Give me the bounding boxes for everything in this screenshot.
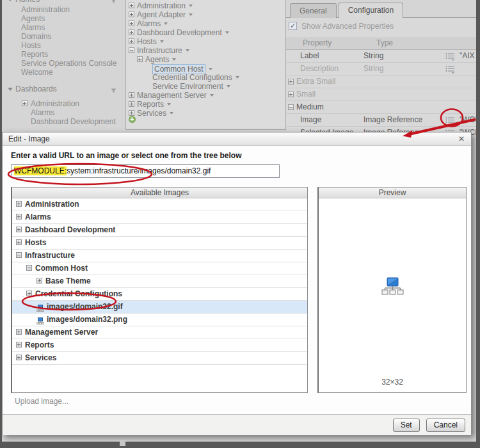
- caret-down-icon: [170, 112, 173, 115]
- expand-icon[interactable]: [16, 227, 22, 232]
- property-grid: PropertyTypeLabelString"AIXDescriptionSt…: [286, 37, 476, 140]
- homes-section-header[interactable]: Homes: [2, 0, 125, 5]
- image-tree-item-common-host[interactable]: Common Host: [12, 262, 307, 275]
- set-button[interactable]: Set: [393, 419, 420, 432]
- collapse-icon[interactable]: [16, 252, 22, 258]
- expand-icon[interactable]: [26, 291, 32, 296]
- sidebar-item-domains[interactable]: Domains: [21, 32, 116, 41]
- image-tree-item-label: Infrastructure: [25, 250, 75, 262]
- sidebar-item-administration[interactable]: Administration: [2, 99, 116, 108]
- image-url-input[interactable]: WCFMODULE:system:infrastructure/images/d…: [11, 164, 280, 178]
- image-tree-item-dashboard-development[interactable]: Dashboard Development: [12, 224, 307, 237]
- expand-icon[interactable]: [129, 20, 134, 26]
- image-tree-item-label: Hosts: [25, 237, 46, 249]
- module-tree-item-service-environment[interactable]: Service Environment: [126, 82, 285, 91]
- upload-image-link[interactable]: Upload image...: [15, 397, 68, 406]
- sidebar-item-agents[interactable]: Agents: [21, 14, 116, 23]
- property-row-medium[interactable]: Medium: [286, 101, 476, 114]
- module-tree-item-alarms[interactable]: Alarms: [126, 19, 285, 28]
- sidebar-item-label: Alarms: [31, 108, 54, 117]
- collapse-icon[interactable]: [288, 104, 294, 110]
- property-row-description[interactable]: DescriptionString: [286, 63, 476, 76]
- sidebar-item-welcome[interactable]: Welcome: [21, 68, 116, 77]
- expand-icon[interactable]: [129, 92, 134, 98]
- tab-general[interactable]: General: [290, 3, 337, 18]
- expand-icon[interactable]: [36, 278, 42, 284]
- module-tree-item-services[interactable]: Services: [126, 109, 285, 118]
- property-row-image[interactable]: ImageImage Reference"WCF: [286, 114, 476, 127]
- module-tree-item-label: Administration: [137, 1, 186, 10]
- image-tree-item-label: Credential Configutions: [35, 288, 122, 300]
- expand-icon[interactable]: [129, 29, 134, 35]
- expand-icon[interactable]: [129, 38, 134, 44]
- module-tree-item-hosts[interactable]: Hosts: [126, 37, 285, 46]
- image-tree-item-management-server[interactable]: Management Server: [12, 326, 307, 339]
- expand-icon[interactable]: [137, 56, 143, 62]
- module-tree-item-label: Credential Configutions: [152, 73, 232, 82]
- module-tree-item-reports[interactable]: Reports: [126, 100, 285, 109]
- expand-icon[interactable]: [129, 12, 134, 17]
- available-images-header: Available Images: [12, 188, 307, 198]
- sidebar-item-alarms[interactable]: Alarms: [2, 108, 116, 117]
- expand-icon[interactable]: [288, 92, 294, 97]
- image-tree-item-label: Services: [25, 352, 56, 364]
- sidebar-item-reports[interactable]: Reports: [21, 50, 116, 59]
- add-module-icon[interactable]: +: [129, 116, 136, 123]
- image-tree-item-reports[interactable]: Reports: [12, 339, 307, 352]
- sidebar-item-hosts[interactable]: Hosts: [21, 41, 116, 50]
- expand-icon[interactable]: [16, 201, 22, 207]
- image-tree-item-images-domain32-png[interactable]: images/domain32.png: [12, 314, 307, 326]
- image-tree-item-hosts[interactable]: Hosts: [12, 237, 307, 250]
- property-type: Image Reference: [364, 114, 422, 126]
- image-tree-item-credential-configutions[interactable]: Credential Configutions: [12, 288, 307, 301]
- property-row-extra-small[interactable]: Extra Small: [286, 76, 476, 88]
- sidebar-item-dashboard-development[interactable]: Dashboard Development: [2, 117, 116, 126]
- module-tree-item-common-host[interactable]: Common Host: [126, 64, 285, 73]
- image-tree-item-infrastructure[interactable]: Infrastructure: [12, 250, 307, 262]
- image-tree-item-images-domain32-gif[interactable]: images/domain32.gif: [12, 301, 307, 314]
- module-tree-item-administration[interactable]: Administration: [126, 1, 285, 10]
- expand-icon[interactable]: [16, 329, 22, 335]
- dialog-title: Edit - Image: [8, 134, 50, 143]
- module-tree-item-dashboard-development[interactable]: Dashboard Development: [126, 28, 285, 37]
- screenshot-root: Homes AdministrationAgentsAlarmsDomainsH…: [0, 0, 480, 448]
- image-tree-item-base-theme[interactable]: Base Theme: [12, 275, 307, 288]
- show-advanced-checkbox[interactable]: ✓: [289, 22, 297, 30]
- url-module-prefix: WCFMODULE:: [14, 166, 67, 175]
- expand-icon[interactable]: [16, 239, 22, 245]
- module-tree-item-agent-adapter[interactable]: Agent Adapter: [126, 10, 285, 19]
- sidebar-item-administration[interactable]: Administration: [21, 5, 116, 14]
- property-type: String: [364, 50, 383, 62]
- expand-icon[interactable]: [288, 79, 294, 84]
- collapse-icon[interactable]: [129, 47, 134, 53]
- sidebar-item-service-operations-console[interactable]: Service Operations Console: [21, 59, 116, 68]
- expand-icon[interactable]: [129, 101, 134, 107]
- module-tree-panel: AdministrationAgent AdapterAlarmsDashboa…: [125, 0, 286, 130]
- module-tree-item-management-server[interactable]: Management Server: [126, 91, 285, 100]
- property-row-small[interactable]: Small: [286, 88, 476, 101]
- caret-down-icon: [189, 4, 193, 7]
- expand-icon[interactable]: [22, 100, 28, 106]
- expand-icon[interactable]: [129, 3, 134, 8]
- tab-configuration[interactable]: Configuration: [339, 3, 403, 18]
- module-tree-item-credential-configutions[interactable]: Credential Configutions: [126, 73, 285, 82]
- collapse-icon[interactable]: [26, 265, 32, 271]
- expand-icon[interactable]: [16, 342, 22, 348]
- module-tree-item-agents[interactable]: Agents: [126, 55, 285, 64]
- expand-icon[interactable]: [129, 110, 134, 116]
- cancel-button[interactable]: Cancel: [426, 419, 465, 432]
- dashboards-section-header[interactable]: Dashboards: [2, 84, 125, 95]
- property-row-label[interactable]: LabelString"AIX: [286, 50, 476, 63]
- image-tree-item-alarms[interactable]: Alarms: [12, 211, 307, 224]
- sidebar-item-alarms[interactable]: Alarms: [21, 23, 116, 32]
- expand-icon[interactable]: [16, 214, 22, 220]
- image-tree-item-label: Management Server: [25, 326, 98, 339]
- caret-down-icon: [236, 76, 239, 79]
- filter-funnel-icon[interactable]: [111, 86, 116, 95]
- expand-icon[interactable]: [16, 355, 22, 360]
- image-tree-item-administration[interactable]: Administration: [12, 198, 307, 211]
- dialog-titlebar[interactable]: Edit - Image ✕: [3, 132, 471, 146]
- module-tree-item-infrastructure[interactable]: Infrastructure: [126, 46, 285, 55]
- close-icon[interactable]: ✕: [458, 134, 465, 143]
- image-tree-item-services[interactable]: Services: [12, 352, 307, 365]
